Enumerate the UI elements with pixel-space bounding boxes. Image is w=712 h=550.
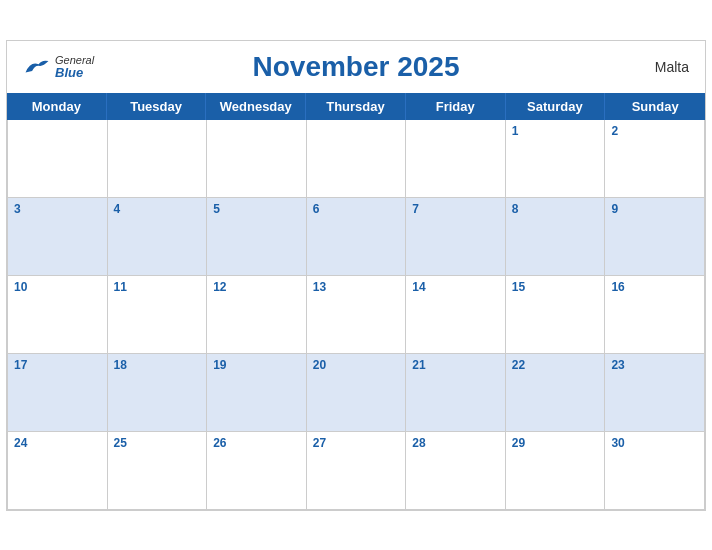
- day-number: 24: [14, 436, 101, 450]
- day-cell: 27: [307, 432, 407, 510]
- day-number: 30: [611, 436, 698, 450]
- country-label: Malta: [655, 59, 689, 75]
- day-cell: [406, 120, 506, 198]
- day-cell: 19: [207, 354, 307, 432]
- day-cell: 28: [406, 432, 506, 510]
- day-cell: 7: [406, 198, 506, 276]
- calendar-title: November 2025: [252, 51, 459, 83]
- day-number: 29: [512, 436, 599, 450]
- day-cell: 21: [406, 354, 506, 432]
- day-number: 22: [512, 358, 599, 372]
- day-number: 21: [412, 358, 499, 372]
- calendar: General Blue November 2025 Malta MondayT…: [6, 40, 706, 511]
- day-header-wednesday: Wednesday: [206, 93, 306, 120]
- day-number: 5: [213, 202, 300, 216]
- day-cell: 24: [8, 432, 108, 510]
- day-cell: [108, 120, 208, 198]
- day-header-sunday: Sunday: [605, 93, 705, 120]
- day-cell: 14: [406, 276, 506, 354]
- day-cell: 1: [506, 120, 606, 198]
- day-number: 25: [114, 436, 201, 450]
- calendar-header: General Blue November 2025 Malta: [7, 41, 705, 93]
- day-number: 14: [412, 280, 499, 294]
- day-cell: [207, 120, 307, 198]
- day-cell: 23: [605, 354, 705, 432]
- day-number: 12: [213, 280, 300, 294]
- day-number: 7: [412, 202, 499, 216]
- day-cell: 2: [605, 120, 705, 198]
- day-cell: 6: [307, 198, 407, 276]
- day-cell: 12: [207, 276, 307, 354]
- day-cell: 8: [506, 198, 606, 276]
- day-number: 15: [512, 280, 599, 294]
- day-cell: 26: [207, 432, 307, 510]
- day-number: 6: [313, 202, 400, 216]
- day-cell: 9: [605, 198, 705, 276]
- day-number: 18: [114, 358, 201, 372]
- day-cell: 18: [108, 354, 208, 432]
- day-headers: MondayTuesdayWednesdayThursdayFridaySatu…: [7, 93, 705, 120]
- calendar-grid: 1234567891011121314151617181920212223242…: [7, 120, 705, 510]
- day-cell: 25: [108, 432, 208, 510]
- day-cell: 3: [8, 198, 108, 276]
- day-cell: 20: [307, 354, 407, 432]
- day-number: 1: [512, 124, 599, 138]
- logo-bird-icon: [23, 57, 51, 75]
- day-header-thursday: Thursday: [306, 93, 406, 120]
- day-header-friday: Friday: [406, 93, 506, 120]
- day-number: 8: [512, 202, 599, 216]
- day-cell: 5: [207, 198, 307, 276]
- day-cell: [307, 120, 407, 198]
- day-header-monday: Monday: [7, 93, 107, 120]
- day-number: 23: [611, 358, 698, 372]
- day-cell: 15: [506, 276, 606, 354]
- day-header-tuesday: Tuesday: [107, 93, 207, 120]
- day-cell: 11: [108, 276, 208, 354]
- day-cell: 30: [605, 432, 705, 510]
- day-number: 9: [611, 202, 698, 216]
- day-cell: 17: [8, 354, 108, 432]
- day-cell: [8, 120, 108, 198]
- day-number: 16: [611, 280, 698, 294]
- day-cell: 16: [605, 276, 705, 354]
- day-cell: 10: [8, 276, 108, 354]
- day-number: 26: [213, 436, 300, 450]
- day-number: 19: [213, 358, 300, 372]
- day-cell: 4: [108, 198, 208, 276]
- logo-blue-text: Blue: [55, 65, 83, 79]
- day-cell: 29: [506, 432, 606, 510]
- logo: General Blue: [23, 53, 94, 79]
- logo-text: General Blue: [55, 53, 94, 79]
- day-header-saturday: Saturday: [506, 93, 606, 120]
- day-number: 4: [114, 202, 201, 216]
- day-number: 2: [611, 124, 698, 138]
- day-number: 10: [14, 280, 101, 294]
- day-number: 11: [114, 280, 201, 294]
- day-number: 27: [313, 436, 400, 450]
- day-number: 13: [313, 280, 400, 294]
- day-number: 17: [14, 358, 101, 372]
- day-number: 3: [14, 202, 101, 216]
- day-number: 28: [412, 436, 499, 450]
- day-cell: 13: [307, 276, 407, 354]
- day-cell: 22: [506, 354, 606, 432]
- day-number: 20: [313, 358, 400, 372]
